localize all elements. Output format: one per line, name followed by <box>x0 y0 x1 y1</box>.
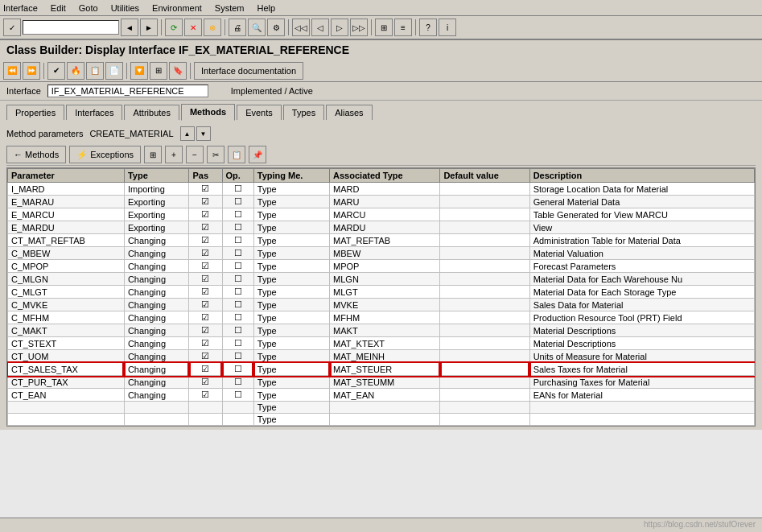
table-row[interactable]: C_MFHM Changing ☑ ☐ Type MFHM Production… <box>8 311 755 324</box>
tab-events[interactable]: Events <box>237 105 282 120</box>
table-row[interactable]: E_MARCU Exporting ☑ ☐ Type MARCU Table G… <box>8 208 755 221</box>
table-row[interactable]: Type <box>8 414 755 426</box>
table-row[interactable]: CT_MAT_REFTAB Changing ☑ ☐ Type MAT_REFT… <box>8 234 755 247</box>
cell-assoc: MBEW <box>330 247 440 260</box>
expand-btn[interactable]: ⊞ <box>150 62 167 80</box>
prev-button[interactable]: ◄ <box>121 19 138 36</box>
tab-interfaces[interactable]: Interfaces <box>66 105 122 120</box>
menu-utilities[interactable]: Utilities <box>111 3 139 13</box>
command-input[interactable] <box>23 20 119 35</box>
col-typing: Typing Me. <box>253 169 329 183</box>
nav-btn-2[interactable]: ◁ <box>311 19 329 36</box>
back-button[interactable]: ✓ <box>3 19 21 36</box>
table-row[interactable]: E_MARDU Exporting ☑ ☐ Type MARDU View <box>8 221 755 234</box>
table-row[interactable]: CT_STEXT Changing ☑ ☐ Type MAT_KTEXT Mat… <box>8 337 755 350</box>
list-btn[interactable]: ≡ <box>394 19 412 36</box>
menu-goto[interactable]: Goto <box>79 3 98 13</box>
tab-properties[interactable]: Properties <box>6 105 64 120</box>
cell-pass: ☑ <box>189 247 222 260</box>
sub-toolbar: Methods ⚡ Exceptions ⊞ + − ✂ 📋 📌 <box>6 144 756 166</box>
info-btn[interactable]: i <box>439 19 456 36</box>
cell-desc: Material Descriptions <box>529 337 754 350</box>
watermark: https://blog.csdn.net/stufOrever <box>644 520 756 530</box>
menu-bar: Interface Edit Goto Utilities Environmen… <box>0 0 762 16</box>
table-row[interactable]: C_MPOP Changing ☑ ☐ Type MPOP Forecast P… <box>8 260 755 273</box>
paste-btn[interactable]: 📌 <box>249 146 266 163</box>
nav-btn-4[interactable]: ▷▷ <box>350 19 368 36</box>
grid-btn[interactable]: ⊞ <box>375 19 393 36</box>
menu-system[interactable]: System <box>215 3 245 13</box>
display-mode-btn[interactable]: ⏪ <box>3 62 21 80</box>
nav-btn-1[interactable]: ◁◁ <box>292 19 310 36</box>
stop-button[interactable]: ⊗ <box>204 19 221 36</box>
cell-pass: ☑ <box>189 311 222 324</box>
table-row[interactable]: C_MLGT Changing ☑ ☐ Type MLGT Material D… <box>8 286 755 299</box>
nav-down-btn[interactable] <box>196 126 211 141</box>
menu-edit[interactable]: Edit <box>51 3 66 13</box>
cell-type: Exporting <box>124 221 189 234</box>
next-button[interactable]: ► <box>140 19 158 36</box>
tab-methods[interactable]: Methods <box>181 104 235 121</box>
table-row[interactable]: C_MBEW Changing ☑ ☐ Type MBEW Material V… <box>8 247 755 260</box>
menu-help[interactable]: Help <box>257 3 276 13</box>
cell-param: C_MFHM <box>8 311 125 324</box>
print-button[interactable]: 🖨 <box>229 19 246 36</box>
menu-interface[interactable]: Interface <box>3 3 38 13</box>
cell-desc: Production Resource Tool (PRT) Field <box>529 311 754 324</box>
tab-attributes[interactable]: Attributes <box>124 105 179 120</box>
menu-environment[interactable]: Environment <box>152 3 202 13</box>
cell-typing: Type <box>253 234 329 247</box>
table-row[interactable]: CT_PUR_TAX Changing ☑ ☐ Type MAT_STEUMM … <box>8 376 755 389</box>
cell-param: C_MVKE <box>8 299 125 311</box>
cell-pass: ☑ <box>189 389 222 402</box>
table-icon-btn[interactable]: ⊞ <box>144 146 162 163</box>
cell-typing: Type <box>253 208 329 221</box>
cell-assoc: MAT_EAN <box>330 389 440 402</box>
cell-desc: Forecast Parameters <box>529 260 754 273</box>
add-row-btn[interactable]: + <box>165 146 183 163</box>
table-row[interactable]: C_MVKE Changing ☑ ☐ Type MVKE Sales Data… <box>8 299 755 311</box>
nav-btn-3[interactable]: ▷ <box>331 19 348 36</box>
exceptions-btn[interactable]: ⚡ Exceptions <box>69 146 141 163</box>
copy-btn[interactable]: 📋 <box>86 62 104 80</box>
cell-typing: Type <box>253 311 329 324</box>
col-parameter: Parameter <box>8 169 125 183</box>
bookmark-btn[interactable]: 🔖 <box>169 62 187 80</box>
table-row[interactable]: E_MARAU Exporting ☑ ☐ Type MARU General … <box>8 196 755 208</box>
refresh-button[interactable]: ⟳ <box>165 19 183 36</box>
interface-doc-btn[interactable]: Interface documentation <box>194 62 303 80</box>
table-row[interactable]: I_MARD Importing ☑ ☐ Type MARD Storage L… <box>8 183 755 196</box>
cut-btn[interactable]: ✂ <box>207 146 224 163</box>
filter-btn[interactable]: 🔽 <box>130 62 148 80</box>
settings-button[interactable]: ⚙ <box>267 19 285 36</box>
cell-op: ☐ <box>222 221 253 234</box>
find-button[interactable]: 🔍 <box>248 19 266 36</box>
cell-op: ☐ <box>222 299 253 311</box>
cell-param: E_MARDU <box>8 221 125 234</box>
cancel-button[interactable]: ✕ <box>184 19 202 36</box>
cell-desc: Purchasing Taxes for Material <box>529 376 754 389</box>
check-btn[interactable]: ✔ <box>47 62 65 80</box>
content-area: Method parameters CREATE_MATERIAL Method… <box>0 120 762 430</box>
exceptions-btn-label: Exceptions <box>90 150 134 159</box>
cell-op: ☐ <box>222 273 253 286</box>
table-row[interactable]: C_MLGN Changing ☑ ☐ Type MLGN Material D… <box>8 273 755 286</box>
cell-desc: Administration Table for Material Data <box>529 234 754 247</box>
tab-types[interactable]: Types <box>283 105 324 120</box>
cell-desc: Material Data for Each Warehouse Nu <box>529 273 754 286</box>
table-row[interactable]: CT_EAN Changing ☑ ☐ Type MAT_EAN EANs fo… <box>8 389 755 402</box>
table-row[interactable]: C_MAKT Changing ☑ ☐ Type MAKT Material D… <box>8 324 755 337</box>
delete-row-btn[interactable]: − <box>186 146 204 163</box>
edit-mode-btn[interactable]: ⏩ <box>23 62 40 80</box>
nav-up-btn[interactable] <box>180 126 195 141</box>
table-row[interactable]: CT_SALES_TAX Changing ☑ ☐ Type MAT_STEUE… <box>8 363 755 376</box>
back-to-methods-btn[interactable]: Methods <box>6 146 66 163</box>
help-btn[interactable]: ? <box>419 19 437 36</box>
cell-typing: Type <box>253 350 329 363</box>
table-row[interactable]: Type <box>8 402 755 414</box>
table-row[interactable]: CT_UOM Changing ☑ ☐ Type MAT_MEINH Units… <box>8 350 755 363</box>
copy-row-btn[interactable]: 📋 <box>228 146 245 163</box>
doc-btn[interactable]: 📄 <box>105 62 123 80</box>
tab-aliases[interactable]: Aliases <box>326 105 372 120</box>
activate-btn[interactable]: 🔥 <box>67 62 84 80</box>
